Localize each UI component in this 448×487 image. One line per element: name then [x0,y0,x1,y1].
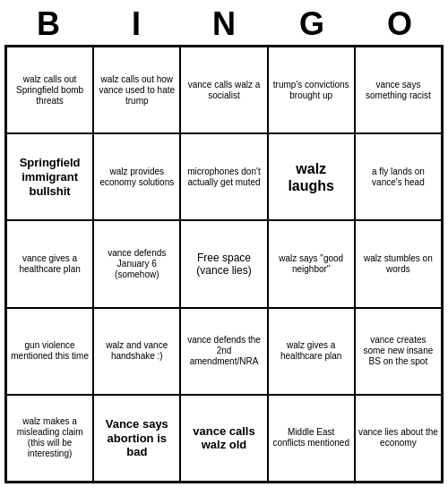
bingo-cell-0[interactable]: walz calls out Springfield bomb threats [6,47,93,133]
letter-i: I [97,5,176,43]
bingo-cell-18[interactable]: walz gives a healthcare plan [268,308,355,395]
bingo-cell-13[interactable]: walz says "good neighbor" [268,220,355,307]
letter-o: O [360,5,439,43]
bingo-cell-11[interactable]: vance defends January 6 (somehow) [93,220,180,307]
bingo-cell-23[interactable]: Middle East conflicts mentioned [268,395,355,482]
bingo-cell-14[interactable]: walz stumbles on words [355,220,442,307]
bingo-cell-1[interactable]: walz calls out how vance used to hate tr… [93,47,180,133]
bingo-cell-12[interactable]: Free space (vance lies) [180,220,267,307]
bingo-cell-24[interactable]: vance lies about the economy [355,395,442,482]
bingo-cell-17[interactable]: vance defends the 2nd amendment/NRA [180,308,267,395]
bingo-cell-10[interactable]: vance gives a healthcare plan [6,220,93,307]
bingo-cell-7[interactable]: microphones don't actually get muted [180,133,267,220]
bingo-cell-16[interactable]: walz and vance handshake :) [93,308,180,395]
letter-b: B [9,5,88,43]
bingo-cell-19[interactable]: vance creates some new insane BS on the … [355,308,442,395]
bingo-title: B I N G O [4,0,444,45]
bingo-cell-22[interactable]: vance calls walz old [180,395,267,482]
bingo-cell-15[interactable]: gun violence mentioned this time [6,308,93,395]
bingo-cell-2[interactable]: vance calls walz a socialist [180,47,267,133]
letter-g: G [272,5,351,43]
bingo-cell-20[interactable]: walz makes a misleading claim (this will… [6,395,93,482]
bingo-cell-4[interactable]: vance says something racist [355,47,442,133]
letter-n: N [185,5,263,43]
bingo-cell-5[interactable]: Springfield immigrant bullshit [6,133,93,220]
bingo-cell-3[interactable]: trump's convictions brought up [268,47,355,133]
bingo-cell-8[interactable]: walz laughs [268,133,355,220]
bingo-cell-21[interactable]: Vance says abortion is bad [93,395,180,482]
bingo-grid: walz calls out Springfield bomb threatsw… [4,45,444,483]
bingo-cell-9[interactable]: a fly lands on vance's head [355,133,442,220]
bingo-cell-6[interactable]: walz provides economy solutions [93,133,180,220]
